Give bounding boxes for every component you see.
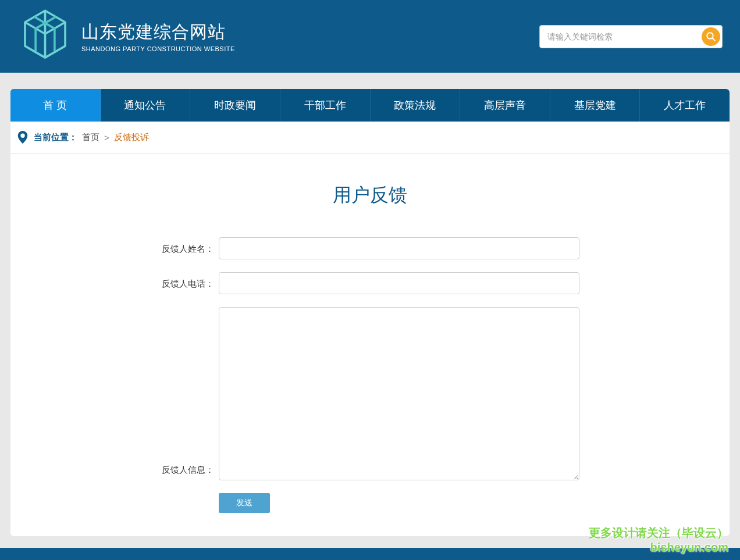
breadcrumb-label: 当前位置： <box>34 132 77 143</box>
breadcrumb-sep: > <box>104 133 109 142</box>
phone-input[interactable] <box>219 272 579 294</box>
gap <box>0 73 740 89</box>
feedback-form: 反馈人姓名： 反馈人电话： 反馈人信息： 发送 <box>161 237 579 513</box>
content: 用户反馈 反馈人姓名： 反馈人电话： 反馈人信息： 发送 <box>10 154 730 536</box>
search-box <box>539 25 723 48</box>
breadcrumb: 当前位置： 首页 > 反馈投诉 <box>10 122 730 154</box>
breadcrumb-home[interactable]: 首页 <box>82 132 99 143</box>
info-label: 反馈人信息： <box>161 459 219 480</box>
phone-label: 反馈人电话： <box>161 273 219 294</box>
search-button[interactable] <box>702 27 720 46</box>
form-row-phone: 反馈人电话： <box>161 272 579 294</box>
nav-item-news[interactable]: 时政要闻 <box>190 89 280 122</box>
site-subtitle: SHANDONG PARTY CONSTRUCTION WEBSITE <box>81 45 235 52</box>
search-input[interactable] <box>542 27 702 46</box>
info-textarea[interactable] <box>219 307 579 480</box>
nav-item-policy[interactable]: 政策法规 <box>371 89 461 122</box>
nav-item-cadre[interactable]: 干部工作 <box>280 89 371 122</box>
nav-bar: 首 页 通知公告 时政要闻 干部工作 政策法规 高层声音 基层党建 人才工作 <box>10 89 730 122</box>
form-row-name: 反馈人姓名： <box>161 237 579 259</box>
logo-text: 山东党建综合网站 SHANDONG PARTY CONSTRUCTION WEB… <box>81 20 235 52</box>
nav-item-voice[interactable]: 高层声音 <box>460 89 550 122</box>
location-icon <box>16 130 29 145</box>
site-title: 山东党建综合网站 <box>81 20 235 44</box>
submit-button[interactable]: 发送 <box>219 493 270 513</box>
logo-area: 山东党建综合网站 SHANDONG PARTY CONSTRUCTION WEB… <box>17 6 235 66</box>
svg-point-2 <box>20 134 24 138</box>
breadcrumb-current: 反馈投诉 <box>114 132 149 143</box>
footer-bar <box>0 548 740 560</box>
logo-icon <box>17 6 73 66</box>
name-input[interactable] <box>219 237 579 259</box>
main-container: 首 页 通知公告 时政要闻 干部工作 政策法规 高层声音 基层党建 人才工作 当… <box>10 89 730 536</box>
form-row-info: 反馈人信息： <box>161 307 579 480</box>
nav-item-home[interactable]: 首 页 <box>10 89 101 122</box>
name-label: 反馈人姓名： <box>161 238 219 259</box>
page-title: 用户反馈 <box>22 183 718 208</box>
search-icon <box>706 31 716 42</box>
header: 山东党建综合网站 SHANDONG PARTY CONSTRUCTION WEB… <box>0 0 740 73</box>
form-actions: 发送 <box>161 493 579 513</box>
nav-item-notice[interactable]: 通知公告 <box>101 89 191 122</box>
nav-item-grassroots[interactable]: 基层党建 <box>550 89 641 122</box>
nav-item-talent[interactable]: 人才工作 <box>640 89 730 122</box>
svg-line-1 <box>712 38 715 41</box>
